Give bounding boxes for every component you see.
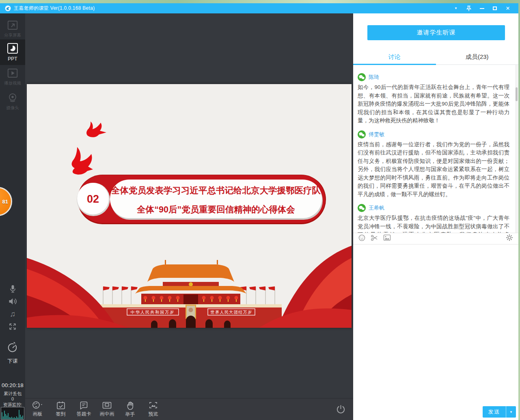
title-bar[interactable]: 王嘉老师的课堂 Ver(1.0.0.168 Beta) ▼ ✕ (0, 3, 518, 13)
send-row: 发送 ▼ (353, 404, 518, 420)
microphone-icon[interactable] (9, 285, 17, 293)
titlebar-dropdown-icon[interactable]: ▼ (449, 3, 462, 13)
sidebar-item-label: 播放视频 (0, 80, 25, 86)
slide-banner-left: 中华人民共和国万岁 (131, 310, 175, 314)
chat-scrollbar[interactable] (515, 65, 518, 233)
pip-icon (103, 403, 111, 409)
message-header: 陈琦 (358, 73, 509, 81)
party-badge[interactable]: 81 (0, 187, 12, 216)
packet-loss-value: 0 (0, 396, 25, 401)
stage-area: 02 全体党员发表学习习近平总书记给北京大学援鄂医疗队 全体“90后”党员重要回… (25, 13, 353, 420)
tab-discussion[interactable]: 讨论 (353, 52, 436, 65)
whiteboard-icon (33, 402, 42, 408)
window-title: 王嘉老师的课堂 Ver(1.0.0.168 Beta) (14, 5, 95, 12)
message-text: 北京大学医疗队援鄂，在抗击疫情的这场战"疫"中，广大青年党员冲锋一线，不畏艰险，… (358, 214, 509, 233)
chat-message: 傅雯敏 疫情当前，感谢每一位逆行者，我们作为党的一份子，虽然我们没有前往武汉进行… (358, 130, 509, 199)
answer-card-icon (81, 402, 87, 409)
chat-settings-gear-icon[interactable] (506, 234, 513, 243)
message-header: 傅雯敏 (358, 130, 509, 139)
ppt-slide: 02 全体党员发表学习习近平总书记给北京大学援鄂医疗队 全体“90后”党员重要回… (27, 84, 352, 328)
left-sidebar: 分享屏幕 PPT 播放视频 (0, 13, 25, 420)
camera-icon (9, 94, 16, 102)
sign-in-button[interactable]: 签到 (49, 401, 72, 418)
sidebar-item-play-video[interactable]: 播放视频 (0, 67, 25, 86)
tool-label: 预览 (149, 411, 158, 418)
slide-title-line1: 全体党员发表学习习近平总书记给北京大学援鄂医疗队 (111, 186, 321, 195)
screenshot-scissors-icon[interactable] (371, 234, 378, 243)
tool-label: 签到 (56, 411, 66, 418)
send-label: 发送 (483, 406, 506, 418)
end-class-button[interactable]: 下课 (0, 341, 25, 365)
sidebar-item-share-screen[interactable]: 分享屏幕 (0, 19, 25, 38)
message-author: 傅雯敏 (369, 131, 384, 138)
tool-label: 举手 (125, 411, 135, 418)
send-button[interactable]: 发送 ▼ (483, 406, 516, 418)
tool-label: 答题卡 (77, 411, 91, 418)
panel-tabs: 讨论 成员(23) (353, 52, 518, 65)
close-button[interactable]: ✕ (501, 3, 514, 13)
app-window: 王嘉老师的课堂 Ver(1.0.0.168 Beta) ▼ ✕ 分享屏幕 (0, 3, 518, 420)
scrollbar-thumb[interactable] (516, 87, 518, 101)
ppt-icon (8, 43, 17, 53)
chat-message: 王希帆 北京大学医疗队援鄂，在抗击疫情的这场战"疫"中，广大青年党员冲锋一线，不… (358, 204, 509, 233)
maximize-button[interactable] (488, 3, 501, 13)
message-author: 陈琦 (369, 74, 379, 81)
message-text: 如今，90后一代的新青年正活跃在社会舞台上，青年一代有理想、有本领、有担当，国家… (358, 83, 509, 125)
preview-icon (150, 403, 157, 408)
chat-input-toolbar (353, 233, 518, 245)
tab-members[interactable]: 成员(23) (436, 52, 519, 65)
slide-title-line2: 全体“90后”党员重要回信精神的心得体会 (136, 204, 295, 214)
message-author: 王希帆 (369, 204, 384, 212)
tool-label: 画板 (33, 411, 43, 418)
stopwatch-icon (9, 342, 16, 351)
play-video-icon (8, 69, 17, 77)
slide-section-number: 02 (87, 193, 99, 205)
invite-students-button[interactable]: 邀请学生听课 (367, 25, 505, 40)
emoji-icon[interactable] (358, 234, 365, 243)
preview-button[interactable]: 预览 (142, 401, 165, 418)
fullscreen-icon[interactable] (9, 323, 17, 331)
sign-in-icon (57, 402, 65, 409)
image-upload-icon[interactable] (383, 234, 391, 242)
badge-number: 81 (2, 199, 8, 205)
class-timer: 00:20:18 (0, 382, 25, 388)
bottom-toolbar: 画板 签到 答题卡 (25, 398, 353, 420)
right-panel: 邀请学生听课 讨论 成员(23) 陈琦 如今，90后一代的新青年正活跃在 (353, 13, 518, 420)
sidebar-item-label: PPT (0, 56, 25, 62)
tool-label: 画中画 (100, 411, 114, 418)
send-options-caret-icon[interactable]: ▼ (506, 406, 516, 418)
slide-banner-right: 世界人民大团结万岁 (210, 310, 252, 314)
raise-hand-button[interactable]: 举手 (119, 401, 142, 418)
answer-card-button[interactable]: 答题卡 (72, 401, 95, 418)
message-text: 疫情当前，感谢每一位逆行者，我们作为党的一份子，虽然我们没有前往武汉进行援助，但… (358, 141, 509, 199)
raise-hand-icon (127, 402, 133, 409)
resource-monitor-graph (1, 407, 24, 420)
pin-icon[interactable] (462, 3, 475, 13)
sidebar-item-camera[interactable]: 摄像头 (0, 92, 25, 111)
speaker-icon[interactable] (8, 297, 17, 305)
sidebar-item-label: 摄像头 (0, 105, 25, 111)
sidebar-item-ppt[interactable]: PPT (0, 39, 25, 65)
minimize-button[interactable] (475, 3, 488, 13)
pip-button[interactable]: 画中画 (95, 401, 119, 418)
share-screen-icon (8, 21, 17, 29)
app-logo-icon (5, 5, 11, 11)
message-header: 王希帆 (358, 204, 509, 212)
music-icon[interactable]: ♫ (10, 310, 15, 318)
packet-loss-label: 累计丢包 (0, 391, 25, 397)
power-icon[interactable] (336, 404, 346, 416)
chat-message: 陈琦 如今，90后一代的新青年正活跃在社会舞台上，青年一代有理想、有本领、有担当… (358, 73, 509, 125)
wechat-avatar-icon (358, 130, 366, 139)
chat-input-field[interactable] (353, 245, 518, 404)
wechat-avatar-icon (358, 73, 366, 81)
end-class-label: 下课 (0, 358, 25, 365)
chat-message-list[interactable]: 陈琦 如今，90后一代的新青年正活跃在社会舞台上，青年一代有理想、有本领、有担当… (353, 65, 518, 233)
wechat-avatar-icon (358, 204, 366, 212)
whiteboard-button[interactable]: 画板 (26, 401, 49, 418)
sidebar-item-label: 分享屏幕 (0, 32, 25, 38)
slide-title-banner: 02 全体党员发表学习习近平总书记给北京大学援鄂医疗队 全体“90后”党员重要回… (77, 175, 326, 224)
